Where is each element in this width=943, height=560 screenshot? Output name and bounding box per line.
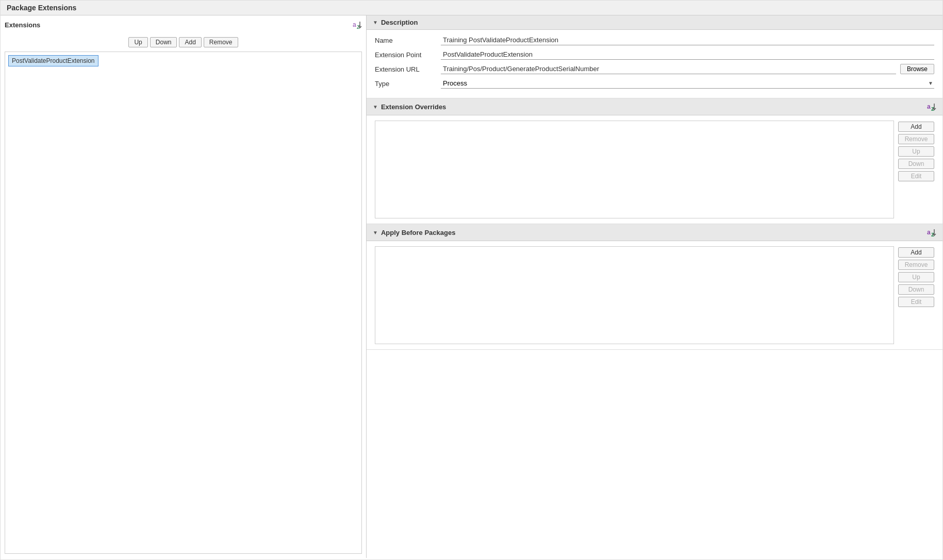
- svg-text:a: a: [927, 103, 931, 110]
- apply-before-add-button[interactable]: Add: [898, 247, 934, 258]
- extension-overrides-content: Add Remove Up Down Edit: [367, 115, 942, 224]
- left-panel: Extensions a z Up Down Add Remove PostVa: [1, 15, 367, 558]
- svg-text:a: a: [927, 229, 931, 236]
- extensions-header: Extensions a z: [5, 20, 362, 33]
- apply-before-packages-list: [375, 246, 894, 344]
- apply-before-down-button[interactable]: Down: [898, 284, 934, 295]
- overrides-remove-button[interactable]: Remove: [898, 134, 934, 144]
- apply-before-edit-button[interactable]: Edit: [898, 297, 934, 307]
- main-layout: Extensions a z Up Down Add Remove PostVa: [1, 15, 942, 558]
- page-title: Package Extensions: [7, 4, 76, 12]
- description-content: Name Extension Point Extension URL Brows…: [367, 30, 942, 98]
- type-label: Type: [375, 80, 437, 88]
- page-header: Package Extensions: [1, 1, 942, 15]
- description-chevron-icon: ▼: [373, 20, 378, 25]
- extension-point-input[interactable]: [441, 49, 934, 60]
- apply-before-packages-section-label: Apply Before Packages: [381, 229, 456, 236]
- apply-before-packages-section-header[interactable]: ▼ Apply Before Packages a z: [367, 224, 942, 241]
- extensions-label: Extensions: [5, 21, 40, 29]
- apply-before-packages-content: Add Remove Up Down Edit: [367, 241, 942, 350]
- overrides-down-button[interactable]: Down: [898, 159, 934, 169]
- apply-before-up-button[interactable]: Up: [898, 272, 934, 282]
- extension-point-label: Extension Point: [375, 51, 437, 59]
- up-button[interactable]: Up: [128, 37, 147, 47]
- extensions-list: PostValidateProductExtension: [5, 52, 362, 554]
- page-container: Package Extensions Extensions a z Up Dow…: [0, 0, 943, 560]
- description-section-header[interactable]: ▼ Description: [367, 15, 942, 30]
- type-row: Type Process View None ▼: [375, 78, 934, 89]
- overrides-up-button[interactable]: Up: [898, 146, 934, 157]
- description-section-label: Description: [381, 19, 418, 26]
- type-select[interactable]: Process View None: [441, 78, 934, 88]
- extension-overrides-buttons: Add Remove Up Down Edit: [898, 121, 934, 218]
- apply-before-sort-icon[interactable]: a z: [926, 227, 936, 237]
- apply-before-remove-button[interactable]: Remove: [898, 260, 934, 270]
- extensions-toolbar: Up Down Add Remove: [5, 37, 362, 47]
- apply-before-packages-layout: Add Remove Up Down Edit: [375, 246, 934, 344]
- sort-icon[interactable]: a z: [352, 20, 362, 30]
- browse-button[interactable]: Browse: [900, 64, 934, 74]
- overrides-edit-button[interactable]: Edit: [898, 171, 934, 181]
- name-row: Name: [375, 35, 934, 45]
- extension-url-label: Extension URL: [375, 65, 437, 73]
- extension-url-row: Extension URL Browse: [375, 64, 934, 74]
- svg-text:a: a: [353, 21, 356, 28]
- extension-url-input[interactable]: [441, 64, 896, 74]
- add-button[interactable]: Add: [179, 37, 201, 47]
- extension-point-row: Extension Point: [375, 49, 934, 60]
- extension-overrides-layout: Add Remove Up Down Edit: [375, 121, 934, 218]
- overrides-add-button[interactable]: Add: [898, 122, 934, 132]
- right-panel: ▼ Description Name Extension Point Exten: [367, 15, 942, 558]
- type-select-wrapper: Process View None ▼: [441, 78, 934, 89]
- extension-url-input-group: Browse: [441, 64, 934, 74]
- extension-overrides-section-label: Extension Overrides: [381, 103, 446, 111]
- extension-overrides-list: [375, 121, 894, 218]
- name-label: Name: [375, 37, 437, 44]
- apply-before-chevron-icon: ▼: [373, 230, 378, 235]
- overrides-sort-icon[interactable]: a z: [926, 101, 936, 112]
- down-button[interactable]: Down: [150, 37, 177, 47]
- extension-overrides-section-header[interactable]: ▼ Extension Overrides a z: [367, 98, 942, 115]
- name-input[interactable]: [441, 35, 934, 45]
- remove-button[interactable]: Remove: [204, 37, 238, 47]
- extension-overrides-chevron-icon: ▼: [373, 104, 378, 110]
- apply-before-packages-buttons: Add Remove Up Down Edit: [898, 246, 934, 344]
- extension-item[interactable]: PostValidateProductExtension: [8, 55, 98, 66]
